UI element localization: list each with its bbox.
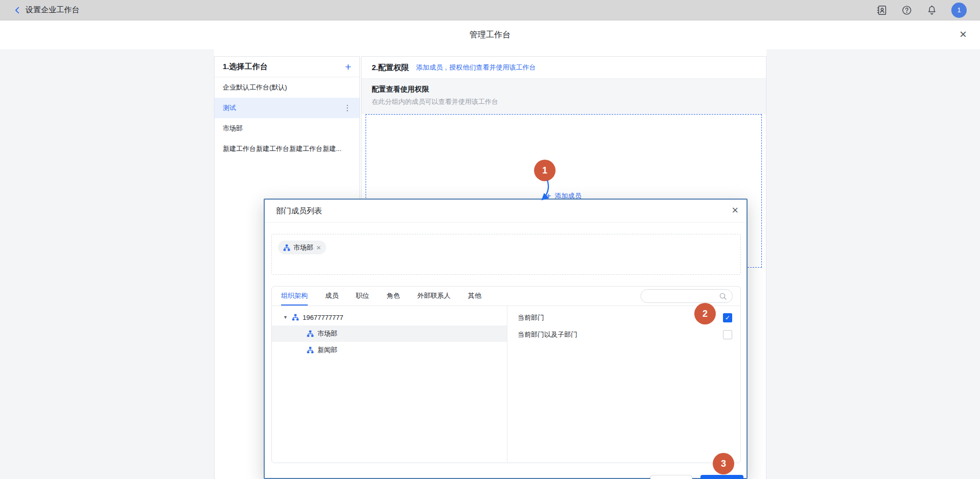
tree-node-root[interactable]: ▼ 19677777777 bbox=[272, 309, 507, 325]
tree-node-news[interactable]: 新闻部 bbox=[272, 342, 507, 358]
tab-positions[interactable]: 职位 bbox=[356, 287, 369, 306]
bell-icon[interactable] bbox=[926, 5, 938, 16]
selected-department-chip[interactable]: 市场部 × bbox=[278, 241, 326, 254]
modal-header: 管理工作台 × bbox=[0, 20, 980, 49]
step-badge-1: 1 bbox=[534, 160, 556, 181]
department-icon bbox=[292, 314, 299, 321]
search-icon bbox=[719, 292, 727, 300]
back-nav[interactable]: 设置企业工作台 bbox=[13, 5, 79, 15]
tree-node-market[interactable]: 市场部 bbox=[272, 325, 507, 342]
tab-external-contacts[interactable]: 外部联系人 bbox=[417, 287, 451, 306]
confirm-button[interactable] bbox=[700, 475, 743, 479]
checkbox-unchecked[interactable] bbox=[723, 330, 732, 339]
picker-body: ▼ 19677777777 bbox=[272, 306, 740, 463]
department-icon bbox=[283, 244, 290, 251]
topbar-title: 设置企业工作台 bbox=[26, 5, 79, 15]
view-permission-title: 配置查看使用权限 bbox=[372, 85, 756, 94]
cancel-button[interactable] bbox=[650, 475, 692, 479]
tree-node-label: 19677777777 bbox=[303, 314, 344, 321]
topbar-actions: 1 bbox=[876, 3, 967, 18]
tab-members[interactable]: 成员 bbox=[325, 287, 338, 306]
close-icon[interactable]: × bbox=[960, 28, 967, 41]
permission-panel-header: 2.配置权限 添加成员，授权他们查看并使用该工作台 bbox=[361, 57, 766, 79]
permission-panel-title: 2.配置权限 bbox=[372, 63, 409, 73]
chip-label: 市场部 bbox=[293, 243, 313, 252]
tree-node-label: 新闻部 bbox=[317, 345, 337, 355]
view-permission-desc: 在此分组内的成员可以查看并使用该工作台 bbox=[372, 97, 756, 106]
org-tree: ▼ 19677777777 bbox=[272, 306, 507, 463]
dialog-footer bbox=[265, 475, 747, 479]
tab-roles[interactable]: 角色 bbox=[387, 287, 400, 306]
workspace-panel-title: 1.选择工作台 bbox=[223, 62, 268, 72]
department-icon bbox=[307, 330, 314, 337]
add-workspace-button[interactable]: + bbox=[345, 62, 351, 72]
workspace-item-default[interactable]: 企业默认工作台(默认) bbox=[215, 77, 359, 98]
dialog-header: 部门成员列表 × bbox=[265, 200, 747, 223]
screen: 设置企业工作台 bbox=[0, 0, 980, 479]
selected-members-box: 市场部 × bbox=[271, 234, 741, 275]
more-options-icon[interactable]: ⋮ bbox=[344, 103, 351, 113]
picker-toolbar: 组织架构 成员 职位 角色 外部联系人 其他 bbox=[272, 287, 740, 306]
caret-down-icon[interactable]: ▼ bbox=[283, 315, 288, 320]
step-badge-2: 2 bbox=[694, 303, 716, 324]
scope-options: 当前部门 ✓ 当前部门以及子部门 bbox=[507, 306, 740, 463]
department-member-dialog: 部门成员列表 × 市场部 × 组织架构 成员 职位 bbox=[264, 199, 748, 479]
search-box[interactable] bbox=[641, 289, 733, 303]
workspace-item-label: 市场部 bbox=[223, 124, 243, 133]
permission-panel-subtitle: 添加成员，授权他们查看并使用该工作台 bbox=[416, 63, 536, 72]
tab-others[interactable]: 其他 bbox=[468, 287, 481, 306]
topbar: 设置企业工作台 bbox=[0, 0, 980, 20]
workspace-panel-header: 1.选择工作台 + bbox=[215, 57, 359, 77]
search-input[interactable] bbox=[646, 292, 719, 300]
checkbox-checked[interactable]: ✓ bbox=[723, 313, 732, 322]
workspace-item-market[interactable]: 市场部 bbox=[215, 118, 359, 139]
member-picker: 组织架构 成员 职位 角色 外部联系人 其他 bbox=[271, 286, 741, 463]
workspace-item-label: 新建工作台新建工作台新建工作台新建... bbox=[223, 144, 342, 154]
tab-org-structure[interactable]: 组织架构 bbox=[281, 287, 308, 306]
check-icon: ✓ bbox=[725, 314, 730, 321]
option-label: 当前部门以及子部门 bbox=[518, 330, 578, 339]
workspace-item-test[interactable]: 测试 ⋮ bbox=[215, 98, 359, 118]
step-badge-3: 3 bbox=[713, 453, 734, 474]
contact-book-icon[interactable] bbox=[876, 5, 887, 16]
workspace-item-new[interactable]: 新建工作台新建工作台新建工作台新建... bbox=[215, 139, 359, 159]
dialog-title: 部门成员列表 bbox=[276, 206, 322, 216]
help-icon[interactable] bbox=[901, 5, 912, 16]
page-title: 管理工作台 bbox=[0, 20, 980, 49]
tree-node-label: 市场部 bbox=[317, 329, 337, 338]
option-label: 当前部门 bbox=[518, 313, 544, 322]
chevron-left-icon bbox=[13, 6, 22, 14]
workspace-item-label: 企业默认工作台(默认) bbox=[223, 83, 287, 92]
dialog-close-icon[interactable]: × bbox=[732, 204, 738, 217]
chip-remove-icon[interactable]: × bbox=[316, 244, 321, 251]
department-icon bbox=[307, 346, 314, 354]
workspace-item-label: 测试 bbox=[223, 103, 236, 113]
user-avatar[interactable]: 1 bbox=[951, 3, 967, 18]
option-current-and-sub-departments[interactable]: 当前部门以及子部门 bbox=[507, 326, 740, 343]
view-permission-section: 配置查看使用权限 在此分组内的成员可以查看并使用该工作台 bbox=[361, 79, 766, 114]
